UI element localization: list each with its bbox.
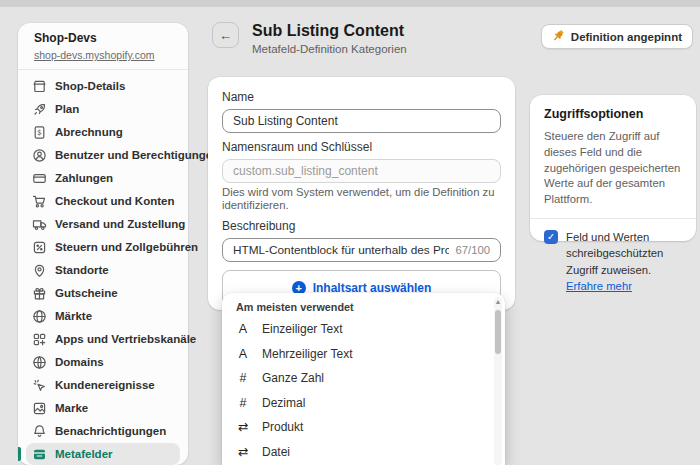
sidebar-item-label: Benachrichtigungen bbox=[55, 425, 166, 437]
billing-icon: $ bbox=[32, 125, 47, 140]
sidebar-item-maerkte[interactable]: Märkte bbox=[26, 305, 180, 327]
back-arrow-icon: ← bbox=[219, 28, 232, 43]
dropdown-item-label: Dezimal bbox=[262, 396, 305, 410]
sidebar-item-label: Gutscheine bbox=[55, 287, 118, 299]
name-input[interactable] bbox=[222, 109, 501, 133]
checkbox-label-text: Feld und Werten schreibgeschützten Zugri… bbox=[566, 231, 663, 276]
sidebar-item-steuern[interactable]: Steuern und Zollgebühren bbox=[26, 236, 180, 258]
metafields-icon bbox=[32, 447, 47, 462]
char-counter: 67/100 bbox=[455, 244, 490, 256]
access-options-card: Zugriffsoptionen Steuere den Zugriff auf… bbox=[530, 95, 696, 241]
dropdown-list: AEinzeiliger TextAMehrzeiliger Text#Ganz… bbox=[236, 317, 491, 464]
product-reference-icon: ⇄ bbox=[236, 421, 250, 434]
sidebar-item-gutscheine[interactable]: Gutscheine bbox=[26, 282, 180, 304]
sidebar-item-label: Abrechnung bbox=[55, 126, 123, 138]
multi-line-text-icon: A bbox=[236, 348, 250, 361]
dropdown-item-label: Einzeiliger Text bbox=[262, 322, 342, 336]
globe-icon bbox=[32, 309, 47, 324]
dropdown-item-datei[interactable]: ⇄Datei bbox=[236, 440, 491, 465]
sidebar-item-marke[interactable]: Marke bbox=[26, 397, 180, 419]
sidebar-item-label: Zahlungen bbox=[55, 172, 113, 184]
readonly-checkbox-label: Feld und Werten schreibgeschützten Zugri… bbox=[566, 229, 682, 295]
name-label: Name bbox=[222, 91, 501, 104]
sidebar-item-abrechnung[interactable]: $Abrechnung bbox=[26, 121, 180, 143]
namespace-input bbox=[222, 159, 501, 183]
dropdown-item-label: Produkt bbox=[262, 420, 303, 434]
name-field-group: Name bbox=[222, 91, 501, 133]
dropdown-item-label: Ganze Zahl bbox=[262, 371, 324, 385]
pinned-button-label: Definition angepinnt bbox=[571, 31, 682, 43]
scrollbar-thumb[interactable] bbox=[495, 310, 501, 354]
dropdown-item-mehrzeiliger-text[interactable]: AMehrzeiliger Text bbox=[236, 342, 491, 367]
plan-icon bbox=[32, 102, 47, 117]
sidebar-item-label: Domains bbox=[55, 356, 104, 368]
readonly-access-row: ✓ Feld und Werten schreibgeschützten Zug… bbox=[544, 229, 682, 295]
learn-more-link[interactable]: Erfahre mehr bbox=[566, 280, 632, 292]
sidebar-item-benachrichtigungen[interactable]: Benachrichtigungen bbox=[26, 420, 180, 442]
back-button[interactable]: ← bbox=[212, 22, 239, 48]
sidebar-item-zahlungen[interactable]: Zahlungen bbox=[26, 167, 180, 189]
sidebar-item-metafelder[interactable]: Metafelder bbox=[26, 443, 180, 465]
sidebar-item-label: Plan bbox=[55, 103, 79, 115]
sidebar-item-label: Benutzer und Berechtigungen bbox=[55, 149, 219, 161]
page-subtitle: Metafeld-Definition Kategorien bbox=[252, 43, 407, 55]
dropdown-item-einzeiliger-text[interactable]: AEinzeiliger Text bbox=[236, 317, 491, 342]
gift-icon bbox=[32, 286, 47, 301]
dropdown-item-dezimal[interactable]: #Dezimal bbox=[236, 391, 491, 416]
sidebar-item-apps[interactable]: Apps und Vertriebskanäle bbox=[26, 328, 180, 350]
users-icon bbox=[32, 148, 47, 163]
page-header: Sub Listing Content Metafeld-Definition … bbox=[252, 21, 407, 55]
sidebar-item-label: Standorte bbox=[55, 264, 109, 276]
sidebar-item-versand[interactable]: Versand und Zustellung bbox=[26, 213, 180, 235]
content-type-dropdown: Am meisten verwendet AEinzeiliger TextAM… bbox=[222, 293, 505, 465]
svg-text:$: $ bbox=[37, 128, 42, 137]
customer-events-icon bbox=[32, 378, 47, 393]
pin-icon bbox=[552, 29, 565, 44]
file-reference-icon: ⇄ bbox=[236, 446, 250, 459]
sidebar-item-plan[interactable]: Plan bbox=[26, 98, 180, 120]
dropdown-item-produkt[interactable]: ⇄Produkt bbox=[236, 415, 491, 440]
sidebar-item-label: Shop-Details bbox=[55, 80, 125, 92]
sidebar-item-shop-details[interactable]: Shop-Details bbox=[26, 75, 180, 97]
taxes-icon bbox=[32, 240, 47, 255]
sidebar-item-label: Marke bbox=[55, 402, 88, 414]
store-name: Shop-Devs bbox=[34, 31, 172, 45]
store-domain-link[interactable]: shop-devs.myshopify.com bbox=[34, 49, 155, 61]
single-line-text-icon: A bbox=[236, 323, 250, 336]
page-title: Sub Listing Content bbox=[252, 21, 407, 40]
sidebar-item-label: Checkout und Konten bbox=[55, 195, 174, 207]
sidebar-item-domains[interactable]: Domains bbox=[26, 351, 180, 373]
sidebar-item-label: Metafelder bbox=[55, 448, 113, 460]
dropdown-item-label: Datei bbox=[262, 445, 290, 459]
store-header: Shop-Devs shop-devs.myshopify.com bbox=[18, 23, 188, 69]
access-description: Steuere den Zugriff auf dieses Feld und … bbox=[544, 129, 682, 208]
sidebar-item-kundenereignisse[interactable]: Kundenereignisse bbox=[26, 374, 180, 396]
namespace-label: Namensraum und Schlüssel bbox=[222, 141, 501, 154]
store-icon bbox=[32, 79, 47, 94]
locations-icon bbox=[32, 263, 47, 278]
description-input[interactable]: HTML-Contentblock für unterhalb des Prod… bbox=[222, 238, 501, 262]
settings-sidebar: Shop-Devs shop-devs.myshopify.com Shop-D… bbox=[18, 23, 188, 465]
sidebar-item-standorte[interactable]: Standorte bbox=[26, 259, 180, 281]
sidebar-item-label: Märkte bbox=[55, 310, 92, 322]
bell-icon bbox=[32, 424, 47, 439]
dropdown-scrollbar[interactable]: ▲ bbox=[494, 297, 502, 465]
description-value: HTML-Contentblock für unterhalb des Prod… bbox=[233, 243, 449, 257]
sidebar-item-label: Steuern und Zollgebühren bbox=[55, 241, 198, 253]
readonly-checkbox[interactable]: ✓ bbox=[544, 230, 558, 244]
sidebar-item-label: Versand und Zustellung bbox=[55, 218, 185, 230]
access-title: Zugriffsoptionen bbox=[544, 107, 682, 121]
brand-icon bbox=[32, 401, 47, 416]
decimal-icon: # bbox=[236, 397, 250, 410]
dropdown-group-label: Am meisten verwendet bbox=[236, 299, 491, 313]
dropdown-item-label: Mehrzeiliger Text bbox=[262, 347, 352, 361]
namespace-help-text: Dies wird vom System verwendet, um die D… bbox=[222, 186, 501, 212]
shipping-icon bbox=[32, 217, 47, 232]
pinned-definition-button[interactable]: Definition angepinnt bbox=[541, 24, 693, 49]
sidebar-item-benutzer[interactable]: Benutzer und Berechtigungen bbox=[26, 144, 180, 166]
sidebar-item-checkout[interactable]: Checkout und Konten bbox=[26, 190, 180, 212]
namespace-field-group: Namensraum und Schlüssel Dies wird vom S… bbox=[222, 141, 501, 212]
access-divider bbox=[530, 218, 696, 219]
scroll-up-icon: ▲ bbox=[494, 297, 502, 307]
dropdown-item-ganze-zahl[interactable]: #Ganze Zahl bbox=[236, 366, 491, 391]
